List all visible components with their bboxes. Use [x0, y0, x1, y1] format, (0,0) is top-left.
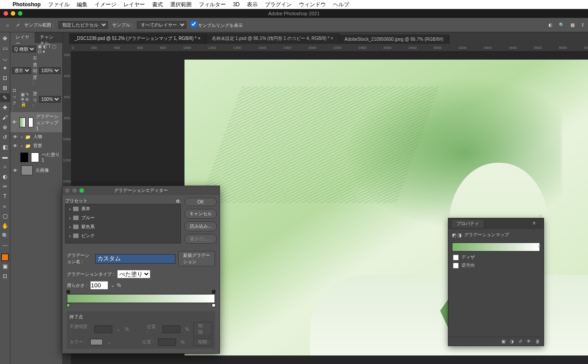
- zoom-icon[interactable]: [18, 11, 22, 16]
- preset-folder[interactable]: ›基本: [66, 204, 180, 213]
- opacity-select[interactable]: 100%: [39, 67, 61, 74]
- eyedropper-tool[interactable]: ✎: [0, 93, 10, 102]
- layer-original[interactable]: 👁 元画像: [10, 164, 62, 177]
- menu-filter[interactable]: フィルター: [199, 1, 226, 9]
- new-gradient-button[interactable]: 新規グラデーション: [178, 251, 215, 266]
- delete-stop-button[interactable]: 削除: [193, 322, 212, 336]
- zoom-icon[interactable]: [79, 188, 84, 193]
- layer-solid[interactable]: べた塗り 1: [10, 150, 62, 164]
- stop-opacity-input[interactable]: [94, 325, 112, 333]
- workspace-icon[interactable]: ▦: [570, 22, 575, 27]
- visibility-icon[interactable]: 👁: [12, 120, 17, 125]
- menu-3d[interactable]: 3D: [233, 1, 240, 8]
- menu-view[interactable]: 表示: [247, 1, 258, 9]
- ok-button[interactable]: OK: [184, 198, 217, 206]
- prev-icon[interactable]: ◑: [510, 339, 514, 344]
- gear-icon[interactable]: ✿.: [176, 199, 181, 204]
- layer-kind-select[interactable]: Q 種類: [12, 46, 36, 52]
- frame-tool[interactable]: ⊞: [0, 83, 10, 92]
- hand-tool[interactable]: ✋: [0, 221, 10, 230]
- menu-select[interactable]: 選択範囲: [170, 1, 192, 9]
- reverse-checkbox[interactable]: [453, 263, 459, 269]
- sample-select[interactable]: すべてのレイヤー: [137, 21, 186, 29]
- sample-range-select[interactable]: 指定したピクセル: [58, 21, 108, 29]
- load-button[interactable]: 読み込み...: [184, 221, 217, 231]
- heal-tool[interactable]: ✚: [0, 103, 10, 112]
- smoothness-input[interactable]: [90, 281, 108, 290]
- gradient-preview[interactable]: [452, 243, 540, 251]
- crop-tool[interactable]: ⊡: [0, 74, 10, 82]
- stop-pos-input2[interactable]: [158, 338, 176, 346]
- preset-folder[interactable]: ›ピンク: [66, 231, 180, 240]
- toggle-icon[interactable]: 👁: [527, 339, 531, 344]
- blend-mode-select[interactable]: 通常: [12, 67, 31, 74]
- properties-tab[interactable]: プロパティ: [452, 220, 483, 228]
- lasso-tool[interactable]: ◡: [0, 54, 10, 63]
- visibility-icon[interactable]: 👁: [12, 168, 18, 173]
- cloud-icon[interactable]: ◐: [549, 22, 553, 27]
- preset-folder[interactable]: ›ブルー: [66, 213, 180, 222]
- tab-channels[interactable]: チャンネル: [35, 32, 62, 43]
- clip-icon[interactable]: ▣: [501, 339, 505, 344]
- history-tool[interactable]: ↺: [0, 133, 10, 142]
- chevron-down-icon[interactable]: ⌄: [111, 283, 114, 288]
- preset-folder[interactable]: ›紫色系: [66, 222, 180, 231]
- screenmode-icon[interactable]: ⊡: [0, 272, 10, 281]
- close-icon[interactable]: ×: [198, 36, 201, 41]
- stop-pos-input[interactable]: [162, 325, 180, 333]
- preset-list[interactable]: ›基本 ›ブルー ›紫色系 ›ピンク: [65, 204, 181, 243]
- chevron-icon[interactable]: ›: [21, 134, 22, 139]
- foreground-color[interactable]: [1, 254, 9, 261]
- gradient-bar[interactable]: [67, 294, 215, 303]
- tab-layers[interactable]: レイヤー: [10, 32, 35, 43]
- close-icon[interactable]: [4, 11, 8, 16]
- zoom-tool[interactable]: 🔍: [0, 231, 10, 240]
- search-icon[interactable]: 🔍: [559, 22, 564, 27]
- menu-app[interactable]: Photoshop: [13, 1, 41, 8]
- layer-gradmap[interactable]: 👁 グラデーションマップ 1: [10, 112, 62, 132]
- gradient-name-input[interactable]: [95, 254, 176, 264]
- menu-edit[interactable]: 編集: [77, 1, 88, 9]
- delete-color-button[interactable]: 削除: [193, 338, 212, 346]
- close-icon[interactable]: [65, 188, 70, 193]
- dodge-tool[interactable]: ◐: [0, 172, 10, 181]
- trash-icon[interactable]: 🗑: [535, 339, 540, 344]
- doc-tab-2[interactable]: 名称未設定 1.psd @ 86.1% (楕円形 1 のコピー 4, RGB/8…: [206, 33, 339, 44]
- menu-window[interactable]: ウィンドウ: [299, 1, 326, 9]
- pen-tool[interactable]: ✑: [0, 182, 10, 191]
- menu-image[interactable]: イメージ: [95, 1, 116, 9]
- eraser-tool[interactable]: ◧: [0, 143, 10, 152]
- eyedropper-icon[interactable]: ⤢: [16, 22, 20, 27]
- visibility-icon[interactable]: 👁: [12, 134, 18, 139]
- doc-tab-3[interactable]: AdobeStock_210950600.jpeg @ 66.7% (RGB/8…: [339, 35, 449, 44]
- color-stop-right[interactable]: [212, 303, 215, 307]
- layer-bg[interactable]: 👁 › 📁 背景: [10, 141, 62, 150]
- brush-tool[interactable]: 🖌: [0, 113, 10, 122]
- marquee-tool[interactable]: ▭: [0, 44, 10, 53]
- move-tool[interactable]: ✥: [0, 34, 10, 43]
- blur-tool[interactable]: ○: [0, 162, 10, 171]
- stamp-tool[interactable]: ⊕: [0, 123, 10, 132]
- opacity-stop-right[interactable]: [212, 290, 215, 294]
- color-stop-left[interactable]: [66, 303, 70, 307]
- menu-layer[interactable]: レイヤー: [123, 1, 145, 9]
- cancel-button[interactable]: キャンセル: [184, 209, 217, 219]
- fill-select[interactable]: 100%: [39, 96, 61, 103]
- sample-ring-checkbox[interactable]: サンプルリングを表示: [191, 21, 243, 29]
- chevron-icon[interactable]: ›: [21, 143, 22, 148]
- shape-tool[interactable]: ▢: [0, 212, 10, 221]
- more-tool[interactable]: ⋯: [0, 241, 10, 250]
- home-icon[interactable]: ⌂: [4, 21, 12, 29]
- gradient-tool[interactable]: ▬: [0, 152, 10, 161]
- stop-color-swatch[interactable]: [90, 339, 103, 345]
- save-button[interactable]: 書き出し...: [184, 234, 217, 244]
- close-icon[interactable]: ×: [331, 36, 333, 41]
- type-tool[interactable]: T: [0, 192, 10, 201]
- doc-tab-1[interactable]: _DSC1239.psd @ 51.2% (グラデーションマップ 1, RGB/…: [69, 33, 206, 44]
- quickmask-icon[interactable]: ▣: [0, 262, 10, 271]
- opacity-stop-left[interactable]: [66, 290, 70, 294]
- minimize-icon[interactable]: [72, 188, 77, 193]
- menu-file[interactable]: ファイル: [48, 1, 70, 9]
- menu-plugin[interactable]: プラグイン: [265, 1, 292, 9]
- menu-help[interactable]: ヘルプ: [333, 1, 349, 9]
